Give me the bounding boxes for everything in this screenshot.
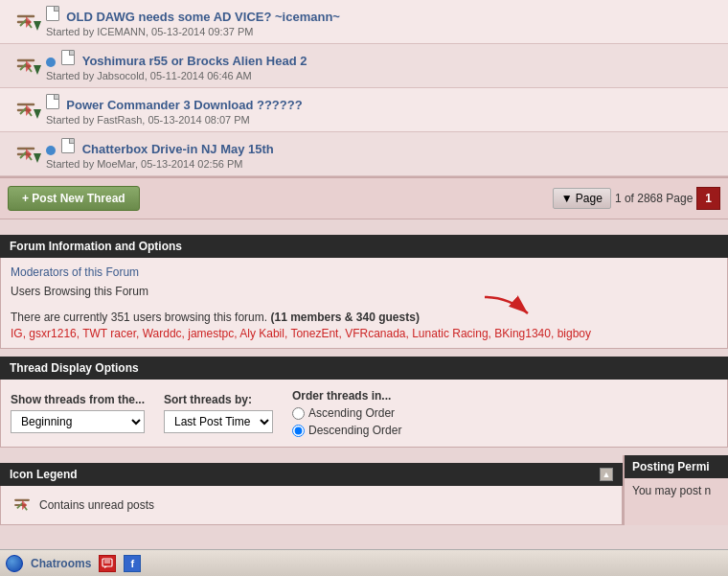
thread-list: OLD DAWG needs some AD VICE? ~icemann~ S…: [0, 0, 728, 177]
sort-threads-label: Sort threads by:: [164, 393, 273, 406]
posting-permissions-panel: Posting Permi You may post n: [623, 455, 728, 525]
descending-label: Descending Order: [308, 424, 401, 437]
show-threads-select[interactable]: Beginning: [11, 410, 145, 433]
unread-indicator: [46, 58, 56, 67]
thread-title-link[interactable]: Power Commander 3 Download ??????: [66, 98, 302, 112]
legend-row: Icon Legend ▲ Contains unread posts Post…: [0, 455, 728, 525]
user-link[interactable]: IG,: [11, 327, 26, 340]
facebook-icon[interactable]: f: [124, 555, 141, 572]
svg-marker-23: [104, 566, 107, 568]
chatrooms-link[interactable]: Chatrooms: [31, 557, 91, 570]
doc-icon: [46, 94, 59, 109]
thread-content: Yoshimura r55 or Brocks Alien Head 2 Sta…: [46, 50, 720, 81]
ascending-radio[interactable]: [292, 407, 305, 420]
page-number-box: 1: [696, 187, 720, 210]
posting-permissions-body: You may post n: [625, 478, 728, 503]
thread-meta: Started by ICEMANN, 05-13-2014 09:37 PM: [46, 26, 720, 37]
arrow-down-icon: [34, 153, 41, 163]
user-link[interactable]: Warddc,: [143, 327, 185, 340]
order-threads-label: Order threads in...: [292, 389, 401, 403]
arrow-down-icon: [34, 65, 41, 75]
legend-header: Icon Legend ▲: [0, 463, 623, 486]
arrow-down-icon: [34, 21, 41, 31]
unread-indicator: [46, 146, 56, 155]
forum-info-body: Moderators of this Forum Users Browsing …: [0, 258, 728, 349]
legend-item-label: Contains unread posts: [39, 498, 154, 512]
thread-title-link[interactable]: Chatterbox Drive-in NJ May 15th: [82, 142, 274, 156]
user-link[interactable]: TonezEnt,: [290, 327, 341, 340]
descending-radio-row: Descending Order: [292, 424, 401, 437]
sort-threads-group: Sort threads by: Last Post Time: [164, 393, 273, 433]
arrow-down-icon: [34, 109, 41, 119]
table-row: OLD DAWG needs some AD VICE? ~icemann~ S…: [0, 0, 728, 44]
legend-container: Icon Legend ▲ Contains unread posts: [0, 455, 623, 525]
thread-display-container: Thread Display Options Show threads from…: [0, 357, 728, 448]
browsing-line: There are currently 351 users browsing t…: [11, 302, 717, 324]
user-link[interactable]: jamestpc,: [188, 327, 237, 340]
doc-icon: [61, 138, 75, 153]
moderators-link[interactable]: Moderators of this Forum: [11, 265, 139, 279]
user-link[interactable]: VFRcanada,: [345, 327, 409, 340]
page-info-text: 1 of 2868 Page: [615, 192, 693, 205]
user-link[interactable]: TWT racer,: [82, 327, 139, 340]
svg-marker-11: [34, 109, 41, 119]
thread-content: Chatterbox Drive-in NJ May 15th Started …: [46, 138, 720, 170]
svg-marker-7: [34, 65, 41, 75]
user-list: IG, gsxr1216, TWT racer, Warddc, jamestp…: [11, 327, 717, 340]
thread-title-link[interactable]: OLD DAWG needs some AD VICE? ~icemann~: [66, 10, 340, 24]
table-row: Yoshimura r55 or Brocks Alien Head 2 Sta…: [0, 44, 728, 88]
order-threads-group: Order threads in... Ascending Order Desc…: [292, 389, 401, 437]
thread-status-icon: [8, 141, 46, 168]
chatrooms-icon: [99, 555, 116, 572]
show-threads-group: Show threads from the... Beginning: [11, 393, 145, 433]
user-link[interactable]: Lunatic Racing,: [412, 327, 491, 340]
thread-display-title: Thread Display Options: [10, 361, 139, 375]
unread-posts-icon: [11, 494, 34, 517]
collapse-legend-button[interactable]: ▲: [600, 468, 613, 481]
table-row: Power Commander 3 Download ?????? Starte…: [0, 88, 728, 132]
legend-body: Contains unread posts: [0, 486, 623, 525]
ascending-radio-row: Ascending Order: [292, 406, 401, 420]
thread-display-body: Show threads from the... Beginning Sort …: [0, 380, 728, 448]
thread-meta: Started by Jabsocold, 05-11-2014 06:46 A…: [46, 70, 720, 81]
legend-items: Contains unread posts: [11, 494, 612, 517]
svg-marker-3: [34, 21, 41, 31]
chat-icon: [102, 558, 113, 569]
thread-display-header: Thread Display Options: [0, 357, 728, 380]
forum-info-title: Forum Information and Options: [10, 240, 182, 253]
doc-icon: [46, 6, 59, 21]
user-link[interactable]: gsxr1216,: [29, 327, 80, 340]
thread-status-icon: [8, 9, 46, 35]
list-item: Contains unread posts: [11, 494, 612, 517]
action-bar: + Post New Thread ▼ Page 1 of 2868 Page …: [0, 177, 728, 219]
sort-threads-select[interactable]: Last Post Time: [164, 410, 273, 433]
globe-icon: [6, 555, 23, 572]
post-new-thread-button[interactable]: + Post New Thread: [8, 186, 140, 211]
user-link[interactable]: bigboy: [557, 327, 591, 340]
thread-status-icon: [8, 97, 46, 124]
posting-permissions-header: Posting Permi: [625, 455, 728, 478]
doc-icon: [61, 50, 75, 65]
user-link[interactable]: Aly Kabil,: [239, 327, 287, 340]
bottom-bar: Chatrooms f: [0, 549, 728, 576]
thread-status-icon: [8, 53, 46, 80]
thread-content: OLD DAWG needs some AD VICE? ~icemann~ S…: [46, 6, 720, 37]
thread-meta: Started by MoeMar, 05-13-2014 02:56 PM: [46, 158, 720, 170]
thread-meta: Started by FastRash, 05-13-2014 08:07 PM: [46, 114, 720, 126]
table-row: Chatterbox Drive-in NJ May 15th Started …: [0, 132, 728, 176]
legend-title: Icon Legend: [10, 468, 78, 481]
pagination-area: ▼ Page 1 of 2868 Page 1: [553, 187, 720, 210]
red-arrow-icon: [480, 292, 537, 321]
ascending-label: Ascending Order: [308, 406, 395, 420]
page-dropdown-button[interactable]: ▼ Page: [553, 188, 611, 209]
svg-marker-15: [34, 153, 41, 163]
user-link[interactable]: BKing1340,: [494, 327, 554, 340]
forum-info-container: Forum Information and Options Moderators…: [0, 235, 728, 349]
browsing-title: Users Browsing this Forum: [11, 285, 148, 298]
thread-content: Power Commander 3 Download ?????? Starte…: [46, 94, 720, 126]
show-threads-label: Show threads from the...: [11, 393, 145, 406]
forum-info-header: Forum Information and Options: [0, 235, 728, 258]
thread-title-link[interactable]: Yoshimura r55 or Brocks Alien Head 2: [82, 54, 307, 68]
descending-radio[interactable]: [292, 425, 305, 437]
